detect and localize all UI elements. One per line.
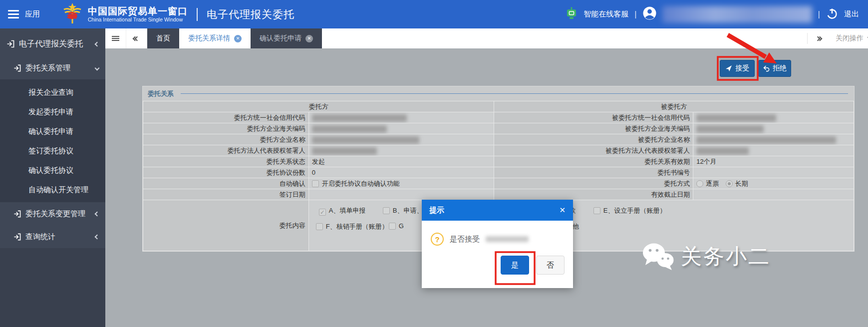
tab-list-menu-button[interactable] bbox=[105, 28, 126, 48]
sidebar-item-confirm-application[interactable]: 确认委托申请 bbox=[0, 121, 105, 141]
tab-confirm-application-label: 确认委托申请 bbox=[260, 34, 301, 43]
sidebar-item-initiate-application[interactable]: 发起委托申请 bbox=[0, 102, 105, 121]
apps-menu-label[interactable]: 应用 bbox=[25, 9, 40, 19]
accept-button[interactable]: 接受 bbox=[720, 60, 755, 77]
row-label: 有效截止日期 bbox=[494, 189, 693, 200]
header-separator-2: | bbox=[818, 9, 820, 19]
yes-button[interactable]: 是 bbox=[501, 256, 529, 275]
redacted-value bbox=[312, 136, 419, 144]
option-g-label: G bbox=[399, 222, 404, 230]
option-e-label: E、设立手册（账册） bbox=[603, 207, 666, 214]
table-row: 委托协议份数 0 委托书编号 bbox=[143, 167, 854, 178]
sign-in-icon bbox=[13, 210, 21, 218]
brand-block: 中国国际贸易单一窗口 China International Trade Sin… bbox=[88, 6, 188, 23]
redacted-value bbox=[696, 147, 749, 155]
row-label: 被委托方企业海关编码 bbox=[494, 123, 693, 134]
row-label: 委托方统一社会信用代码 bbox=[143, 112, 309, 123]
chevron-left-icon bbox=[95, 41, 100, 46]
tab-home[interactable]: 首页 bbox=[147, 28, 179, 48]
section-header: 委托关系 bbox=[143, 86, 854, 101]
chevron-left-icon bbox=[95, 234, 100, 239]
redacted-value bbox=[312, 114, 407, 122]
dialog-header: 提示 ✕ bbox=[422, 200, 573, 221]
auto-confirm-checkbox[interactable] bbox=[312, 180, 319, 187]
sidebar-item-root-delegation[interactable]: 电子代理报关委托 bbox=[0, 31, 105, 56]
wechat-icon bbox=[642, 242, 675, 271]
close-operations-label: 关闭操作 bbox=[836, 34, 864, 43]
page-title: 电子代理报关委托 bbox=[207, 7, 294, 21]
close-operations-dropdown[interactable]: 关闭操作 bbox=[829, 34, 868, 43]
power-of-attorney-no-value bbox=[693, 167, 854, 178]
tab-bar: 首页 委托关系详情 ✕ 确认委托申请 ✕ 关闭操作 bbox=[105, 28, 868, 48]
no-button[interactable]: 否 bbox=[536, 256, 565, 275]
sidebar-item-sign-agreement[interactable]: 签订委托协议 bbox=[0, 141, 105, 160]
header-separator: | bbox=[634, 9, 636, 19]
section-title: 委托关系 bbox=[148, 89, 174, 98]
scroll-tabs-right-button[interactable] bbox=[808, 37, 829, 40]
sidebar-item-confirm-agreement[interactable]: 确认委托协议 bbox=[0, 160, 105, 180]
option-other-partial-label: 他 bbox=[573, 222, 579, 231]
logout-label[interactable]: 退出 bbox=[844, 9, 859, 19]
tab-close-icon[interactable]: ✕ bbox=[234, 35, 242, 42]
tab-confirm-application[interactable]: 确认委托申请 ✕ bbox=[251, 28, 322, 48]
option-b-label: B、申请、 bbox=[393, 207, 423, 214]
sidebar-group-query-statistics[interactable]: 查询统计 bbox=[0, 225, 105, 248]
sign-date-value bbox=[308, 189, 494, 200]
row-label: 委托关系有效期 bbox=[494, 156, 693, 167]
sidebar-group-relation-mgmt[interactable]: 委托关系管理 bbox=[0, 56, 105, 79]
option-f-label: F、核销手册（账册） bbox=[326, 223, 388, 230]
option-f-checkbox[interactable] bbox=[316, 223, 323, 230]
redacted-value bbox=[696, 125, 764, 133]
table-row: 自动确认 开启委托协议自动确认功能 委托方式 逐票 长期 bbox=[143, 178, 854, 189]
row-label: 被委托方统一社会信用代码 bbox=[494, 112, 693, 123]
auto-confirm-checkbox-label: 开启委托协议自动确认功能 bbox=[322, 180, 400, 187]
redacted-value bbox=[696, 114, 776, 122]
tab-delegation-detail[interactable]: 委托关系详情 ✕ bbox=[179, 28, 251, 48]
dialog-close-icon[interactable]: ✕ bbox=[559, 206, 566, 215]
tab-close-icon[interactable]: ✕ bbox=[305, 35, 313, 42]
row-label: 委托方式 bbox=[494, 178, 693, 189]
delegation-content-label: 委托内容 bbox=[143, 200, 309, 251]
sidebar-filler bbox=[0, 248, 105, 327]
sidebar-group2-label: 委托关系变更管理 bbox=[25, 209, 85, 219]
option-e-checkbox[interactable] bbox=[593, 207, 600, 214]
option-b-checkbox[interactable] bbox=[383, 207, 390, 214]
mode-per-shipment-radio[interactable] bbox=[696, 180, 703, 187]
table-row: 委托方企业名称 被委托方企业名称 bbox=[143, 134, 854, 145]
table-row: 委托方企业海关编码 被委托方企业海关编码 bbox=[143, 123, 854, 134]
redacted-value bbox=[312, 147, 377, 155]
scroll-tabs-left-button[interactable] bbox=[126, 28, 147, 48]
sidebar-root-label: 电子代理报关委托 bbox=[19, 39, 83, 49]
accept-button-label: 接受 bbox=[735, 64, 749, 73]
double-chevron-left-icon bbox=[135, 37, 139, 40]
apps-menu-icon[interactable] bbox=[8, 8, 19, 20]
mode-long-term-radio[interactable] bbox=[726, 180, 733, 187]
row-label: 被委托方法人代表授权签署人 bbox=[494, 145, 693, 156]
reject-button-label: 拒绝 bbox=[773, 64, 787, 73]
sidebar-group-relation-change-mgmt[interactable]: 委托关系变更管理 bbox=[0, 202, 105, 225]
undo-icon bbox=[763, 65, 770, 72]
option-a-label: A、填单申报 bbox=[329, 207, 366, 214]
power-logout-icon[interactable] bbox=[826, 7, 838, 21]
user-avatar-icon[interactable] bbox=[643, 6, 656, 22]
option-g-checkbox[interactable] bbox=[389, 223, 396, 230]
robot-customer-service-icon[interactable] bbox=[566, 7, 578, 22]
double-chevron-right-icon bbox=[816, 37, 820, 40]
section-rule-line bbox=[181, 93, 848, 94]
relation-status-value: 发起 bbox=[308, 156, 494, 167]
online-service-label[interactable]: 智能在线客服 bbox=[583, 9, 628, 19]
delegation-content-options: ✓A、填单申报 B、申请、 D、代缴税款 E、设立手册（账册） F、核销手册（账… bbox=[308, 200, 854, 251]
option-a-checkbox[interactable]: ✓ bbox=[319, 209, 326, 216]
row-label: 自动确认 bbox=[143, 178, 309, 189]
send-icon bbox=[725, 65, 732, 72]
row-label: 被委托方企业名称 bbox=[494, 134, 693, 145]
header-right-cluster: 智能在线客服 | | 退出 bbox=[566, 6, 868, 23]
sidebar-item-auto-confirm-switch[interactable]: 自动确认开关管理 bbox=[0, 180, 105, 199]
row-label: 签订日期 bbox=[143, 189, 309, 200]
sign-in-icon bbox=[13, 233, 21, 241]
reject-button[interactable]: 拒绝 bbox=[758, 60, 791, 77]
question-icon: ? bbox=[431, 233, 444, 246]
sidebar-submenu: 报关企业查询 发起委托申请 确认委托申请 签订委托协议 确认委托协议 自动确认开… bbox=[0, 79, 105, 202]
sidebar-item-broker-query[interactable]: 报关企业查询 bbox=[0, 82, 105, 102]
table-header-row: 委托方 被委托方 bbox=[143, 101, 854, 112]
